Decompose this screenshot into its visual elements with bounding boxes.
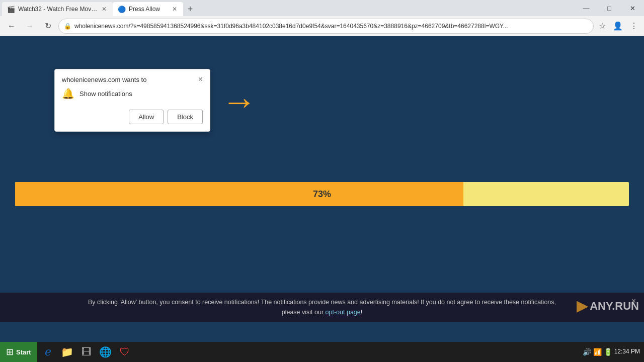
minimize-button[interactable]: — (575, 0, 598, 16)
progress-bar-fill (15, 182, 463, 206)
popup-title: wholenicenews.com wants to (62, 76, 146, 83)
network-icon[interactable]: 📶 (593, 348, 602, 356)
volume-icon[interactable]: 🔊 (583, 348, 591, 356)
notification-popup: wholenicenews.com wants to × 🔔 Show noti… (54, 69, 210, 132)
tab-pressallow[interactable]: 🔵 Press Allow ✕ (113, 2, 183, 16)
system-clock[interactable]: 12:34 PM (614, 348, 640, 356)
progress-container: 73% (15, 182, 629, 206)
nav-bar: ← → ↻ 🔒 ☆ 👤 ⋮ (0, 16, 644, 36)
tab-watch32[interactable]: 🎬 Watch32 - Watch Free Movies Onlin... ✕ (2, 2, 113, 16)
tabs-area: 🎬 Watch32 - Watch Free Movies Onlin... ✕… (0, 0, 575, 16)
taskbar-media[interactable]: 🎞 (77, 343, 96, 360)
tab-close-watch32[interactable]: ✕ (101, 5, 108, 14)
address-bar-wrap[interactable]: 🔒 (58, 19, 594, 34)
notice-text-line2: please visit our (282, 309, 326, 316)
bell-icon: 🔔 (62, 87, 74, 100)
maximize-button[interactable]: □ (598, 0, 621, 16)
opt-out-link[interactable]: opt-out page (326, 309, 361, 316)
taskbar-apps: ℯ 📁 🎞 🌐 🛡 (37, 342, 136, 362)
popup-close-button[interactable]: × (198, 75, 203, 83)
reload-button[interactable]: ↻ (40, 19, 55, 34)
media-icon: 🎞 (82, 346, 92, 358)
folder-icon: 📁 (61, 346, 73, 358)
start-label: Start (16, 348, 31, 356)
back-button[interactable]: ← (4, 19, 19, 34)
anyrun-label: ANY.RUN (590, 300, 639, 313)
progress-label: 73% (313, 189, 331, 200)
anyrun-logo: ▶ ANY.RUN (577, 298, 639, 314)
taskbar: ⊞ Start ℯ 📁 🎞 🌐 🛡 🔊 📶 🔋 12:34 PM (0, 342, 644, 362)
taskbar-chrome[interactable]: 🌐 (97, 343, 115, 360)
notice-bar: By clicking 'Allow' button, you consent … (0, 293, 644, 322)
content-area: ← 73% wholenicenews.com wants to × 🔔 Sho… (0, 36, 644, 342)
taskbar-folder[interactable]: 📁 (58, 343, 76, 360)
arrow-hint: ← (221, 84, 257, 119)
notice-text-line3: ! (361, 309, 362, 316)
allow-button[interactable]: Allow (129, 110, 164, 124)
profile-icon[interactable]: 👤 (611, 19, 625, 33)
title-bar: 🎬 Watch32 - Watch Free Movies Onlin... ✕… (0, 0, 644, 16)
close-button[interactable]: ✕ (621, 0, 644, 16)
start-button[interactable]: ⊞ Start (0, 342, 37, 362)
tab-favicon-pressallow: 🔵 (118, 6, 126, 13)
tab-favicon-watch32: 🎬 (7, 6, 15, 13)
forward-button[interactable]: → (22, 19, 37, 34)
windows-icon: ⊞ (6, 346, 14, 357)
notice-text: By clicking 'Allow' button, you consent … (88, 297, 556, 317)
address-input[interactable] (74, 23, 588, 30)
popup-description: Show notifications (79, 90, 132, 98)
window-controls: — □ ✕ (575, 0, 644, 16)
block-button[interactable]: Block (168, 110, 203, 124)
tab-label-pressallow: Press Allow (129, 6, 168, 13)
notice-text-line1: By clicking 'Allow' button, you consent … (88, 299, 556, 306)
taskbar-system-tray: 🔊 📶 🔋 12:34 PM (583, 342, 644, 362)
ie-icon: ℯ (45, 345, 51, 358)
progress-bar-background: 73% (15, 182, 629, 206)
chrome-icon: 🌐 (99, 346, 112, 358)
taskbar-ie[interactable]: ℯ (39, 343, 57, 360)
taskbar-security[interactable]: 🛡 (116, 343, 134, 360)
popup-body: 🔔 Show notifications (55, 87, 210, 106)
anyrun-play-icon: ▶ (577, 298, 588, 314)
browser-window: 🎬 Watch32 - Watch Free Movies Onlin... ✕… (0, 0, 644, 342)
tab-label-watch32: Watch32 - Watch Free Movies Onlin... (18, 6, 98, 13)
popup-header: wholenicenews.com wants to × (55, 69, 210, 87)
new-tab-button[interactable]: + (183, 2, 197, 16)
bookmark-star-icon[interactable]: ☆ (597, 19, 608, 33)
lock-icon: 🔒 (64, 23, 71, 30)
tab-close-pressallow[interactable]: ✕ (171, 5, 178, 14)
battery-icon[interactable]: 🔋 (604, 348, 612, 356)
menu-icon[interactable]: ⋮ (628, 19, 640, 33)
popup-actions: Allow Block (55, 106, 210, 131)
shield-icon: 🛡 (120, 346, 130, 358)
